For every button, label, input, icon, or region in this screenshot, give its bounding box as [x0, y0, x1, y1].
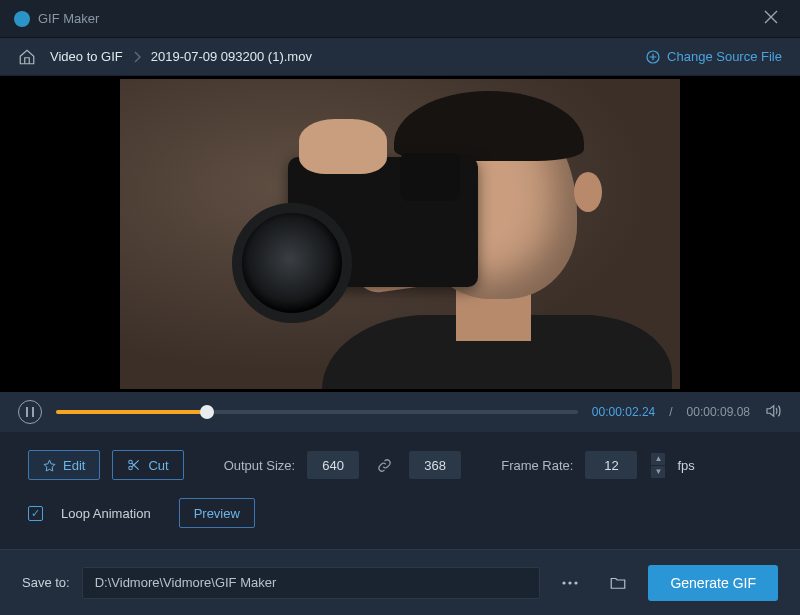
seek-track[interactable] — [56, 410, 578, 414]
fps-down-button[interactable]: ▼ — [651, 466, 665, 478]
loop-checkbox[interactable]: ✓ — [28, 506, 43, 521]
app-title: GIF Maker — [38, 11, 99, 26]
edit-label: Edit — [63, 458, 85, 473]
breadcrumb-file[interactable]: 2019-07-09 093200 (1).mov — [151, 49, 312, 64]
playback-bar: 00:00:02.24/00:00:09.08 — [0, 392, 800, 432]
more-options-icon[interactable] — [552, 567, 588, 599]
frame-rate-label: Frame Rate: — [501, 458, 573, 473]
breadcrumb: Video to GIF 2019-07-09 093200 (1).mov C… — [0, 38, 800, 76]
width-input[interactable] — [307, 451, 359, 479]
title-bar: GIF Maker — [0, 0, 800, 38]
pause-button[interactable] — [18, 400, 42, 424]
loop-label: Loop Animation — [61, 506, 151, 521]
change-source-label: Change Source File — [667, 49, 782, 64]
time-separator: / — [669, 405, 672, 419]
generate-label: Generate GIF — [670, 575, 756, 591]
svg-point-4 — [569, 581, 572, 584]
preview-label: Preview — [194, 506, 240, 521]
svg-point-1 — [129, 460, 133, 464]
cut-button[interactable]: Cut — [112, 450, 183, 480]
pause-icon — [26, 407, 34, 417]
video-preview-area — [0, 76, 800, 392]
cut-label: Cut — [148, 458, 168, 473]
breadcrumb-root[interactable]: Video to GIF — [50, 49, 123, 64]
browse-folder-icon[interactable] — [600, 567, 636, 599]
height-input[interactable] — [409, 451, 461, 479]
save-bar: Save to: Generate GIF — [0, 549, 800, 615]
fps-up-button[interactable]: ▲ — [651, 453, 665, 465]
svg-point-3 — [563, 581, 566, 584]
fps-stepper: ▲ ▼ — [651, 453, 665, 478]
pin-icon — [43, 459, 56, 472]
controls-panel: Edit Cut Output Size: Frame Rate: ▲ ▼ fp… — [0, 432, 800, 549]
volume-icon[interactable] — [764, 402, 782, 423]
controls-row-1: Edit Cut Output Size: Frame Rate: ▲ ▼ fp… — [28, 450, 772, 480]
svg-point-5 — [575, 581, 578, 584]
preview-button[interactable]: Preview — [179, 498, 255, 528]
time-current: 00:00:02.24 — [592, 405, 655, 419]
seek-progress — [56, 410, 207, 414]
time-duration: 00:00:09.08 — [687, 405, 750, 419]
app-logo-icon — [14, 11, 30, 27]
generate-gif-button[interactable]: Generate GIF — [648, 565, 778, 601]
video-content — [120, 79, 680, 389]
fps-unit: fps — [677, 458, 694, 473]
close-icon[interactable] — [756, 4, 786, 33]
chevron-right-icon — [133, 51, 141, 63]
edit-button[interactable]: Edit — [28, 450, 100, 480]
seek-handle[interactable] — [200, 405, 214, 419]
output-size-label: Output Size: — [224, 458, 296, 473]
controls-row-2: ✓ Loop Animation Preview — [28, 498, 772, 528]
link-icon[interactable] — [371, 452, 397, 478]
save-to-label: Save to: — [22, 575, 70, 590]
save-path-input[interactable] — [82, 567, 541, 599]
change-source-button[interactable]: Change Source File — [645, 49, 782, 65]
plus-circle-icon — [645, 49, 661, 65]
svg-point-2 — [129, 466, 133, 470]
home-icon[interactable] — [18, 48, 36, 66]
fps-input[interactable] — [585, 451, 637, 479]
scissors-icon — [127, 458, 141, 472]
video-frame[interactable] — [120, 79, 680, 389]
